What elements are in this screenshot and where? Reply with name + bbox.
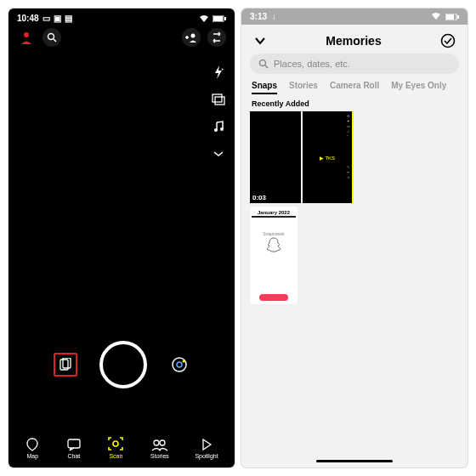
recent-grid: 0:03 ⟲✦▭♫˅ ✎✂☺ ▶ TKS xyxy=(241,111,468,203)
nav-label: Chat xyxy=(67,453,80,459)
viewfinder[interactable] xyxy=(8,50,235,431)
svg-line-29 xyxy=(265,65,268,68)
wifi-icon xyxy=(431,13,441,20)
bottom-nav: Map Chat Scan Stories Spotlight xyxy=(8,431,235,468)
nav-label: Spotlight xyxy=(195,453,218,459)
status-bar: 10:48 ▭ ▣ ▤ xyxy=(8,8,235,25)
tab-snaps[interactable]: Snaps xyxy=(252,81,277,94)
flip-camera-button[interactable] xyxy=(207,28,226,47)
battery-icon xyxy=(212,15,226,22)
svg-point-4 xyxy=(48,34,54,40)
svg-point-27 xyxy=(441,35,454,48)
thumb-duration: 0:03 xyxy=(252,194,266,201)
memories-tabs: Snaps Stories Camera Roll My Eyes Only xyxy=(241,81,468,94)
nav-scan[interactable]: Scan xyxy=(107,436,124,459)
page-title: Memories xyxy=(326,34,381,48)
thumb-tool-icons: ⟲✦▭♫˅ ✎✂☺ xyxy=(347,114,350,179)
svg-point-17 xyxy=(173,358,186,371)
nav-label: Map xyxy=(26,453,38,459)
home-indicator xyxy=(316,460,393,462)
shutter-row xyxy=(8,341,235,388)
search-button[interactable] xyxy=(42,28,61,47)
status-app-icon: ▣ xyxy=(54,14,61,23)
battery-icon xyxy=(445,14,459,20)
svg-rect-25 xyxy=(446,14,454,20)
svg-point-6 xyxy=(191,34,196,38)
status-gallery-icon: ▭ xyxy=(42,14,50,23)
svg-line-5 xyxy=(54,39,56,42)
snap-thumb[interactable]: ⟲✦▭♫˅ ✎✂☺ ▶ TKS xyxy=(303,111,354,203)
svg-point-28 xyxy=(260,60,266,66)
svg-rect-2 xyxy=(224,17,226,20)
svg-point-19 xyxy=(183,360,185,363)
close-chevron-icon[interactable] xyxy=(253,34,267,48)
lens-explorer-button[interactable] xyxy=(169,354,190,375)
download-icon: ↓ xyxy=(272,12,276,21)
memories-screen: 3:13 ↓ Memories Places, dates, etc. Snap… xyxy=(241,8,468,468)
nav-label: Scan xyxy=(109,453,122,459)
svg-point-3 xyxy=(24,32,29,37)
section-recently-added: Recently Added xyxy=(241,94,468,111)
search-input[interactable]: Places, dates, etc. xyxy=(250,54,459,74)
snap-thumb[interactable]: 0:03 xyxy=(250,111,301,203)
nav-label: Stories xyxy=(150,453,169,459)
select-button[interactable] xyxy=(440,33,456,48)
svg-rect-1 xyxy=(213,16,223,21)
search-icon xyxy=(258,59,269,69)
memories-button[interactable] xyxy=(54,353,77,377)
add-friend-button[interactable] xyxy=(182,28,201,47)
month-thumb[interactable]: January 2022 Snapstreak xyxy=(250,207,298,304)
nav-chat[interactable]: Chat xyxy=(66,438,82,459)
search-placeholder: Places, dates, etc. xyxy=(274,59,350,69)
top-bar xyxy=(8,25,235,50)
svg-rect-26 xyxy=(457,15,459,19)
nav-spotlight[interactable]: Spotlight xyxy=(195,438,218,459)
status-bar: 3:13 ↓ xyxy=(241,8,468,25)
thumb-tag: ▶ TKS xyxy=(320,155,335,161)
thumb-divider xyxy=(252,216,296,218)
svg-point-22 xyxy=(154,440,159,445)
status-time: 3:13 xyxy=(250,12,267,21)
month-label: January 2022 xyxy=(252,210,296,215)
tab-stories[interactable]: Stories xyxy=(289,81,318,94)
thumb-action-button xyxy=(259,294,288,301)
wifi-icon xyxy=(199,14,209,23)
memories-header: Memories xyxy=(241,25,468,54)
shutter-button[interactable] xyxy=(99,341,147,388)
tab-my-eyes-only[interactable]: My Eyes Only xyxy=(391,81,446,94)
svg-point-23 xyxy=(160,440,165,445)
ghost-icon xyxy=(265,236,282,253)
status-time: 10:48 xyxy=(17,14,39,23)
camera-screen: 10:48 ▭ ▣ ▤ xyxy=(8,8,235,468)
svg-point-18 xyxy=(177,362,182,367)
status-app-icon: ▤ xyxy=(65,14,72,23)
svg-point-21 xyxy=(113,441,118,446)
nav-map[interactable]: Map xyxy=(25,438,40,459)
tab-camera-roll[interactable]: Camera Roll xyxy=(330,81,379,94)
nav-stories[interactable]: Stories xyxy=(150,438,169,459)
profile-button[interactable] xyxy=(17,28,36,47)
svg-rect-20 xyxy=(68,439,80,448)
